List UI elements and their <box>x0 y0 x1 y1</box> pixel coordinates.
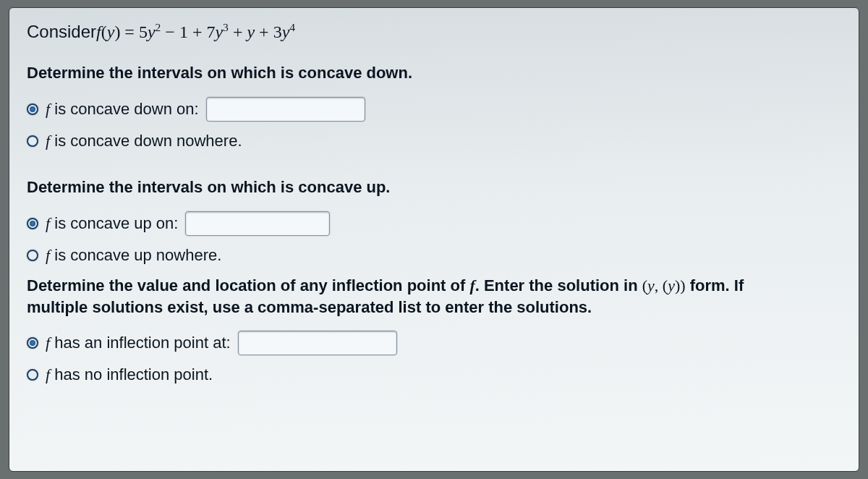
option-concave-down-on[interactable]: f is concave down on: <box>27 97 841 122</box>
option-inflection-has[interactable]: f has an inflection point at: <box>27 331 841 355</box>
option-concave-up-nowhere[interactable]: f is concave up nowhere. <box>27 246 841 265</box>
input-concave-down-interval[interactable] <box>206 97 365 122</box>
label-concave-down-on: f is concave down on: <box>46 100 199 119</box>
radio-inflection-has[interactable] <box>27 337 38 349</box>
inflection-heading-f: f <box>469 276 475 294</box>
inflection-heading-part-b: . Enter the solution in <box>475 276 642 294</box>
input-inflection-point[interactable] <box>238 331 397 355</box>
input-concave-up-interval[interactable] <box>185 211 330 236</box>
question-card: Consider f(y) = 5y2 − 1 + 7y3 + y + 3y4 … <box>9 7 859 472</box>
intro-function: f(y) = 5y2 − 1 + 7y3 + y + 3y4 <box>96 21 295 42</box>
label-concave-up-on: f is concave up on: <box>46 214 178 233</box>
radio-concave-up-nowhere[interactable] <box>27 250 38 261</box>
intro-prefix: Consider <box>27 22 96 42</box>
heading-concave-down: Determine the intervals on which is conc… <box>27 64 841 82</box>
radio-concave-down-on[interactable] <box>27 103 38 115</box>
radio-concave-up-on[interactable] <box>27 218 38 229</box>
radio-concave-down-nowhere[interactable] <box>27 135 38 147</box>
label-inflection-none: f has no inflection point. <box>46 365 213 384</box>
option-concave-down-nowhere[interactable]: f is concave down nowhere. <box>27 132 841 151</box>
label-inflection-has: f has an inflection point at: <box>46 334 231 352</box>
radio-inflection-none[interactable] <box>27 369 38 381</box>
inflection-heading-line2: multiple solutions exist, use a comma-se… <box>27 297 841 318</box>
heading-concave-up: Determine the intervals on which is conc… <box>27 178 841 197</box>
inflection-heading-part-c: form. If <box>686 276 744 294</box>
heading-inflection: Determine the value and location of any … <box>27 275 841 318</box>
label-concave-down-nowhere: f is concave down nowhere. <box>46 132 242 151</box>
label-concave-up-nowhere: f is concave up nowhere. <box>46 246 221 265</box>
option-inflection-none[interactable]: f has no inflection point. <box>27 365 841 384</box>
option-concave-up-on[interactable]: f is concave up on: <box>27 211 841 236</box>
inflection-heading-part-a: Determine the value and location of any … <box>27 276 469 294</box>
question-intro: Consider f(y) = 5y2 − 1 + 7y3 + y + 3y4 <box>27 21 841 42</box>
